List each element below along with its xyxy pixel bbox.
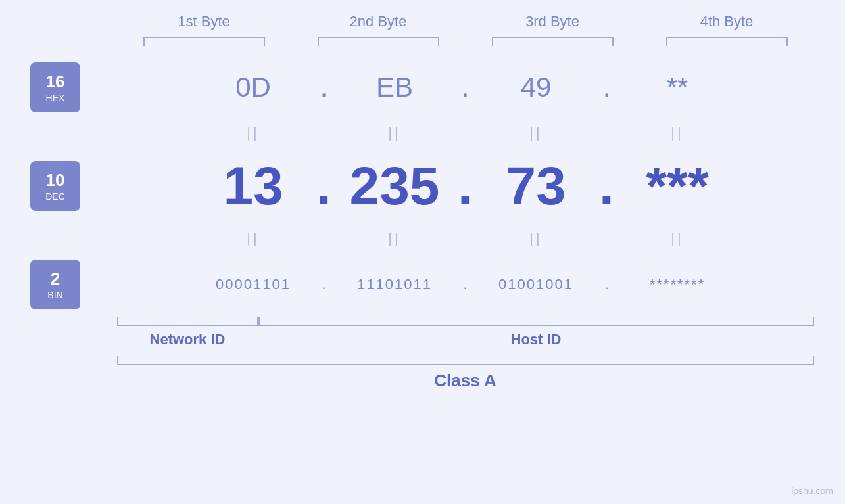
dec-dot3: . [597,159,617,213]
eq-row-2: || || || || [85,222,845,255]
hex-row: 0D . EB . 49 . ** [85,58,845,117]
dec-base: DEC [45,191,65,202]
eq2-b2: || [334,230,456,247]
hex-base: HEX [46,93,65,103]
bottom-section: Network ID Host ID [117,317,814,348]
eq1-b4: || [617,125,738,142]
hex-b1: 0D [193,72,314,103]
bin-b2: 11101011 [334,276,456,293]
left-labels: 16 HEX 10 DEC 2 BIN [0,58,85,314]
rows-and-labels: 16 HEX 10 DEC 2 BIN [0,58,845,314]
hex-b3: 49 [475,72,597,103]
bin-num: 2 [51,269,60,289]
eq1-b1: || [193,125,314,142]
bin-badge-spacer: 2 BIN [30,255,85,314]
dec-num: 10 [46,170,65,191]
hex-b2: EB [334,72,456,103]
bin-badge: 2 BIN [30,260,80,309]
dec-badge: 10 DEC [30,161,80,211]
eq1-b2: || [334,125,456,142]
bin-b3: 01001001 [475,276,597,293]
bin-dot2: . [456,276,475,293]
id-labels-row: Network ID Host ID [117,331,814,348]
top-bracket-3 [492,37,614,46]
hex-dot1: . [314,72,334,103]
hex-b4: ** [617,72,738,103]
eq1-spacer [30,117,85,150]
top-bracket-1 [143,37,265,46]
eq2-b1: || [193,230,314,247]
dec-badge-spacer: 10 DEC [30,150,85,222]
main-container: 1st Byte 2nd Byte 3rd Byte 4th Byte 16 H… [0,0,845,504]
hex-badge-spacer: 16 HEX [30,58,85,117]
hex-dot2: . [456,72,475,103]
dec-b3: 73 [475,159,597,213]
class-bracket [117,356,814,365]
eq2-b4: || [617,230,738,247]
network-id-bracket [117,317,258,326]
dec-b1: 13 [193,159,314,213]
class-row: Class A [117,356,814,391]
top-bracket-4 [666,37,788,46]
hex-badge: 16 HEX [30,62,80,112]
bin-dot1: . [314,276,334,293]
top-bracket-2 [318,37,439,46]
hex-num: 16 [46,72,65,92]
dec-b2: 235 [334,159,456,213]
dec-row: 13 . 235 . 73 . *** [85,150,845,222]
network-id-label: Network ID [117,331,258,348]
top-brackets [117,37,814,46]
eq1-b3: || [475,125,597,142]
eq2-spacer [30,222,85,255]
byte3-header: 3rd Byte [480,13,625,30]
hex-dot3: . [597,72,617,103]
byte1-header: 1st Byte [132,13,276,30]
bin-row: 00001101 . 11101011 . 01001001 . *******… [85,255,845,314]
class-label: Class A [434,371,496,391]
host-id-label: Host ID [258,331,814,348]
eq2-b3: || [475,230,597,247]
bin-dot3: . [597,276,617,293]
byte-headers-row: 1st Byte 2nd Byte 3rd Byte 4th Byte [117,13,814,30]
bottom-brackets-row [117,317,814,327]
bin-b1: 00001101 [193,276,314,293]
byte2-header: 2nd Byte [306,13,450,30]
byte4-header: 4th Byte [654,13,799,30]
host-id-bracket [258,317,814,326]
data-rows: 0D . EB . 49 . ** || || || || 13 [85,58,845,314]
eq-row-1: || || || || [85,117,845,150]
dec-dot2: . [456,159,475,213]
dec-b4: *** [617,159,738,213]
bin-b4: ******** [617,276,738,293]
dec-dot1: . [314,159,334,213]
watermark: ipshu.com [791,486,833,496]
bin-base: BIN [47,290,62,300]
